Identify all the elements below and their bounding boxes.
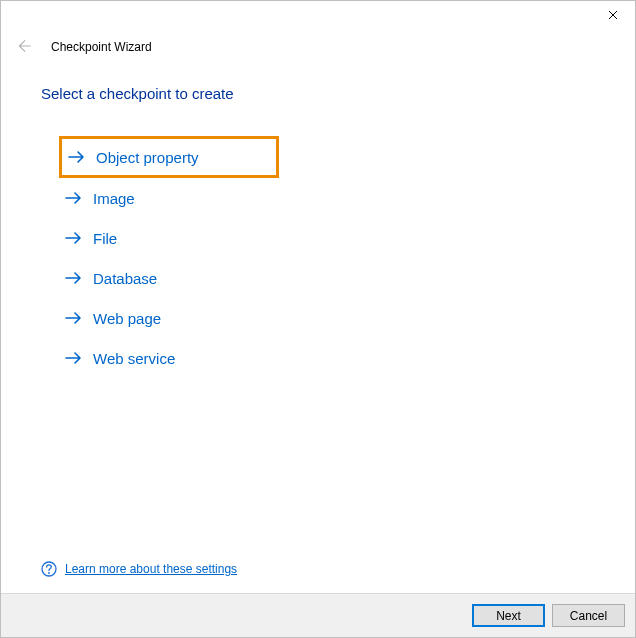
arrow-right-icon <box>65 309 83 327</box>
close-icon <box>608 9 618 23</box>
arrow-right-icon <box>68 148 86 166</box>
option-object-property[interactable]: Object property <box>59 136 279 178</box>
cancel-button[interactable]: Cancel <box>552 604 625 627</box>
option-web-page[interactable]: Web page <box>59 298 279 338</box>
wizard-window: Checkpoint Wizard Select a checkpoint to… <box>0 0 636 638</box>
option-label: File <box>93 230 117 247</box>
option-image[interactable]: Image <box>59 178 279 218</box>
back-button[interactable] <box>13 37 33 57</box>
wizard-title: Checkpoint Wizard <box>51 40 152 54</box>
option-label: Image <box>93 190 135 207</box>
option-label: Web service <box>93 350 175 367</box>
arrow-right-icon <box>65 269 83 287</box>
svg-point-1 <box>48 572 50 574</box>
option-label: Object property <box>96 149 199 166</box>
back-arrow-icon <box>14 37 32 58</box>
wizard-footer: Next Cancel <box>1 593 635 637</box>
option-web-service[interactable]: Web service <box>59 338 279 378</box>
option-file[interactable]: File <box>59 218 279 258</box>
arrow-right-icon <box>65 349 83 367</box>
wizard-content: Select a checkpoint to create Object pro… <box>1 75 635 378</box>
option-database[interactable]: Database <box>59 258 279 298</box>
arrow-right-icon <box>65 189 83 207</box>
option-label: Web page <box>93 310 161 327</box>
page-heading: Select a checkpoint to create <box>41 85 595 102</box>
wizard-header: Checkpoint Wizard <box>1 31 635 75</box>
help-link[interactable]: Learn more about these settings <box>65 562 237 576</box>
arrow-right-icon <box>65 229 83 247</box>
close-button[interactable] <box>590 1 635 31</box>
option-label: Database <box>93 270 157 287</box>
checkpoint-options: Object property Image File Database <box>41 136 595 378</box>
help-row: Learn more about these settings <box>41 561 237 577</box>
help-icon <box>41 561 57 577</box>
next-button[interactable]: Next <box>472 604 545 627</box>
titlebar <box>1 1 635 31</box>
